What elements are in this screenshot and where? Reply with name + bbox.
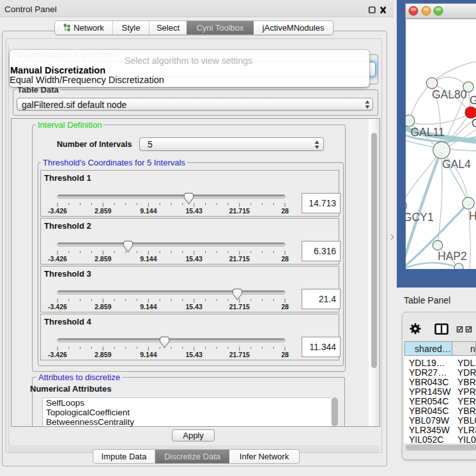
svg-text:GCY1: GCY1 bbox=[406, 211, 434, 224]
svg-text:H: H bbox=[469, 210, 476, 222]
svg-text:C: C bbox=[472, 117, 476, 130]
svg-text:HAP2: HAP2 bbox=[438, 250, 467, 263]
svg-text:G.: G. bbox=[470, 94, 476, 107]
svg-text:GAL11: GAL11 bbox=[411, 126, 445, 139]
svg-text:GAL80: GAL80 bbox=[432, 88, 467, 101]
svg-text:GAL4: GAL4 bbox=[442, 158, 471, 171]
